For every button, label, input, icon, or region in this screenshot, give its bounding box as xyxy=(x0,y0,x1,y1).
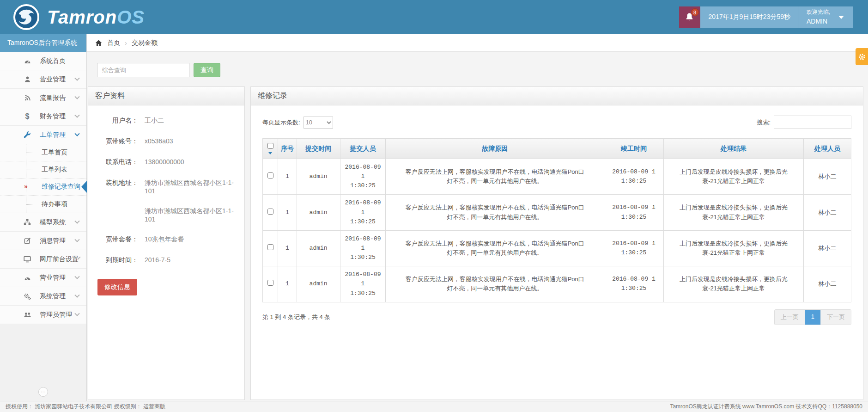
sidebar-item-portal-settings[interactable]: 网厅前台设置 xyxy=(0,250,86,269)
repair-records-table: 序号 提交时间 提交人员 故障原因 竣工时间 处理结果 处理人员 xyxy=(262,138,851,302)
table-row: 1 admin 2016-08-09 1 1:30:25 客户反应无法上网，客服… xyxy=(263,266,851,302)
row-checkbox[interactable] xyxy=(267,209,273,215)
footer: 授权使用： 潍坊家园驿站电子技术有限公司 授权级别： 运营商版 TamronOS… xyxy=(0,401,868,412)
active-item-marker: » xyxy=(24,183,28,190)
chevron-down-icon xyxy=(74,274,79,279)
sidebar-item-system-mgmt[interactable]: 系统管理 xyxy=(0,287,86,306)
col-header-submitter[interactable]: 提交人员 xyxy=(340,139,386,159)
sidebar-subitem-workorder-home[interactable]: 工单首页 xyxy=(0,144,86,161)
sidebar-title: TamronOS后台管理系统 xyxy=(0,34,86,52)
table-search-input[interactable] xyxy=(774,116,851,129)
row-checkbox[interactable] xyxy=(267,280,273,286)
settings-tab-button[interactable] xyxy=(856,48,868,65)
col-header-handler[interactable]: 处理人员 xyxy=(803,139,851,159)
select-all-checkbox[interactable] xyxy=(267,143,273,149)
breadcrumb: 首页 › 交易金额 xyxy=(87,34,868,52)
breadcrumb-home[interactable]: 首页 xyxy=(107,39,120,47)
topbar-right-controls: 8 2017年1月9日15时23分59秒 欢迎光临, ADMIN xyxy=(679,6,853,28)
table-row: 1 admin 2016-08-09 1 1:30:25 客户反应无法上网，客服… xyxy=(263,195,851,230)
row-select-cell xyxy=(263,230,278,266)
top-header-bar: TamronOS 8 2017年1月9日15时23分59秒 欢迎光临, ADMI… xyxy=(0,0,868,34)
pagination-page-1-button[interactable]: 1 xyxy=(805,310,820,325)
col-header-submit-time[interactable]: 提交时间 xyxy=(297,139,340,159)
content-area: 首页 › 交易金额 查询 客户资料 用户名： 王小二 xyxy=(87,34,868,401)
col-header-result[interactable]: 处理结果 xyxy=(664,139,804,159)
table-footer-row: 第 1 到 4 条记录，共 4 条 上一页 1 下一页 xyxy=(262,309,851,325)
col-header-seq[interactable]: 序号 xyxy=(278,139,297,159)
user-icon xyxy=(22,76,32,83)
page-size-select[interactable]: 10 xyxy=(303,117,333,129)
user-menu[interactable]: 欢迎光临, ADMIN xyxy=(799,6,853,28)
customer-field-phone: 联系电话： 13800000000 xyxy=(88,158,244,166)
pagination-next-button[interactable]: 下一页 xyxy=(820,310,851,325)
pagination-prev-button[interactable]: 上一页 xyxy=(775,310,805,325)
sidebar-item-finance-mgmt[interactable]: $ 财务管理 xyxy=(0,107,86,126)
table-row: 1 admin 2016-08-09 1 1:30:25 客户反应无法上网，客服… xyxy=(263,159,851,195)
edit-info-button[interactable]: 修改信息 xyxy=(97,279,137,295)
chevron-down-icon xyxy=(74,311,79,316)
sidebar-item-admin-mgmt[interactable]: 管理员管理 xyxy=(0,306,86,324)
workorder-submenu: 工单首页 工单列表 » 维修记录查询 待办事项 xyxy=(0,144,86,213)
col-header-finish-time[interactable]: 竣工时间 xyxy=(604,139,663,159)
app: TamronOS 8 2017年1月9日15时23分59秒 欢迎光临, ADMI… xyxy=(0,0,868,412)
home-icon xyxy=(95,39,103,47)
breadcrumb-separator: › xyxy=(125,39,127,47)
customer-field-account: 宽带账号： x0536a03 xyxy=(88,137,244,146)
customer-field-address-2: 潍坊市潍城区西城名都小区1-1-101 xyxy=(88,207,244,223)
chevron-down-icon xyxy=(74,75,79,80)
sidebar-item-business-mgmt[interactable]: 营业管理 xyxy=(0,70,86,89)
footer-vendor-text: TamronOS腾龙认证计费系统 www.TamronOS.com 技术支持QQ… xyxy=(670,403,862,411)
notification-badge: 8 xyxy=(691,8,699,16)
sidebar-item-traffic-report[interactable]: 流量报告 xyxy=(0,89,86,107)
sidebar-item-business-mgmt-2[interactable]: 营业管理 xyxy=(0,269,86,287)
sidebar-subitem-workorder-list[interactable]: 工单列表 xyxy=(0,161,86,178)
main-row: TamronOS后台管理系统 系统首页 营业管理 xyxy=(0,34,868,401)
global-search-input[interactable] xyxy=(97,63,189,77)
row-checkbox[interactable] xyxy=(267,172,273,178)
row-select-cell xyxy=(263,195,278,230)
notifications-button[interactable]: 8 xyxy=(679,6,700,28)
desktop-icon xyxy=(22,256,32,263)
breadcrumb-current: 交易金额 xyxy=(132,39,158,47)
caret-down-icon xyxy=(838,16,844,19)
select-all-header[interactable] xyxy=(263,139,278,159)
customer-field-address: 装机地址： 潍坊市潍城区西城名都小区1-1-101 xyxy=(88,179,244,195)
sidebar-item-workorder-mgmt[interactable]: 工单管理 xyxy=(0,126,86,144)
page-size-label: 每页显示条数: xyxy=(262,118,300,127)
chevron-down-icon xyxy=(74,292,79,297)
sidebar-subitem-todo[interactable]: 待办事项 xyxy=(0,196,86,213)
globe-logo-icon xyxy=(13,4,40,31)
table-search-label: 搜索: xyxy=(757,118,771,127)
customer-field-expiry: 到期时间： 2016-7-5 xyxy=(88,256,244,264)
chevron-down-icon xyxy=(74,94,79,99)
datetime-display: 2017年1月9日15时23分59秒 xyxy=(700,6,799,28)
query-button[interactable]: 查询 xyxy=(194,63,220,77)
edit-icon xyxy=(22,237,32,245)
chevron-down-icon xyxy=(74,112,79,117)
gauge-icon xyxy=(22,274,32,282)
table-controls-row: 每页显示条数: 10 搜索: xyxy=(262,116,851,129)
row-checkbox[interactable] xyxy=(267,244,273,250)
sidebar-subitem-repair-record-query[interactable]: » 维修记录查询 xyxy=(0,178,86,196)
records-summary: 第 1 到 4 条记录，共 4 条 xyxy=(262,313,330,321)
chevron-down-icon xyxy=(74,218,79,223)
table-header-row: 序号 提交时间 提交人员 故障原因 竣工时间 处理结果 处理人员 xyxy=(263,139,851,159)
global-search-row: 查询 xyxy=(97,63,868,77)
wrench-icon xyxy=(22,131,32,139)
repair-panel-body: 每页显示条数: 10 搜索: xyxy=(251,105,863,335)
customer-panel-title: 客户资料 xyxy=(88,87,244,105)
rss-icon xyxy=(22,94,32,102)
footer-license-text: 授权使用： 潍坊家园驿站电子技术有限公司 授权级别： 运营商版 xyxy=(6,403,165,411)
table-search: 搜索: xyxy=(757,116,851,129)
sitemap-icon xyxy=(22,219,32,226)
chevron-down-icon xyxy=(74,237,79,242)
col-header-fault-reason[interactable]: 故障原因 xyxy=(386,139,604,159)
gear-icon xyxy=(858,53,866,61)
panels-row: 客户资料 用户名： 王小二 宽带账号： x0536a03 联系电话： 13800 xyxy=(88,86,863,400)
sidebar-item-model-system[interactable]: 模型系统 xyxy=(0,213,86,232)
users-icon xyxy=(22,311,32,319)
sidebar-item-system-home[interactable]: 系统首页 xyxy=(0,52,86,70)
sidebar-toggle-button[interactable]: ⋯ xyxy=(38,387,48,397)
sidebar-item-message-mgmt[interactable]: 消息管理 xyxy=(0,232,86,250)
sidebar-menu: 系统首页 营业管理 流量报告 $ xyxy=(0,52,86,324)
